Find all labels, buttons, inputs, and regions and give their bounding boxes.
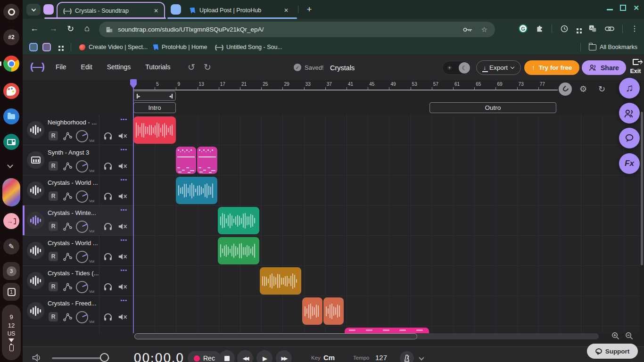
media-app-icon[interactable] bbox=[3, 134, 19, 150]
window-count-badge[interactable]: 1 bbox=[3, 283, 20, 301]
sign-out-icon[interactable]: → bbox=[3, 213, 19, 229]
track-header[interactable]: Crystals - World ...•••RVol bbox=[23, 236, 133, 266]
track-header[interactable]: Synth - Angst 3•••RVol bbox=[23, 145, 133, 175]
clip-segment[interactable] bbox=[197, 147, 217, 174]
bookmark-untitled-song[interactable]: (—) Untitled Song - Sou... bbox=[215, 40, 282, 54]
chrome-app-icon[interactable] bbox=[3, 56, 19, 72]
horizontal-scrollbar[interactable] bbox=[134, 333, 599, 339]
timeline-settings-button[interactable]: ⚙ bbox=[579, 84, 587, 94]
track-menu-button[interactable]: ••• bbox=[120, 267, 127, 273]
clip-segment[interactable] bbox=[323, 297, 344, 325]
browser-menu-icon[interactable]: ⋮ bbox=[631, 24, 638, 33]
password-key-icon[interactable] bbox=[462, 27, 473, 33]
snap-magnet-button[interactable] bbox=[559, 82, 572, 96]
loops-library-button[interactable]: ♫ bbox=[619, 78, 640, 99]
audio-clip[interactable] bbox=[218, 237, 259, 264]
headphone-monitor-button[interactable] bbox=[103, 283, 113, 293]
zoom-in-button[interactable] bbox=[611, 332, 619, 342]
tempo-value[interactable]: 127 bbox=[375, 354, 387, 362]
all-bookmarks-button[interactable]: All Bookmarks bbox=[589, 40, 637, 54]
headphone-monitor-button[interactable] bbox=[103, 313, 113, 323]
stop-button[interactable] bbox=[219, 350, 235, 362]
loop-start-icon[interactable]: ▸ bbox=[137, 94, 140, 99]
volume-knob[interactable]: Vol bbox=[76, 311, 88, 323]
volume-slider-handle[interactable] bbox=[100, 353, 109, 362]
forward-button[interactable]: → bbox=[49, 24, 58, 33]
tab-crystals[interactable]: (—) Crystals - Soundtrap ✕ bbox=[57, 2, 165, 19]
timeline-lanes[interactable] bbox=[133, 115, 640, 333]
tab-search-button[interactable] bbox=[26, 4, 41, 16]
chat-button[interactable] bbox=[619, 128, 640, 148]
redo-button[interactable]: ↻ bbox=[204, 62, 211, 73]
section-outro[interactable]: Outro bbox=[429, 102, 556, 113]
clip-segment[interactable] bbox=[176, 147, 196, 174]
record-arm-button[interactable]: R bbox=[49, 282, 58, 291]
track-header[interactable]: Crystals - World ...•••RVol bbox=[23, 175, 133, 206]
mute-button[interactable] bbox=[118, 193, 127, 202]
volume-knob[interactable]: Vol bbox=[76, 221, 88, 233]
export-button[interactable]: ↓ Export bbox=[476, 60, 521, 75]
bookmark-star-icon[interactable]: ☆ bbox=[481, 25, 487, 34]
headphone-monitor-button[interactable] bbox=[103, 162, 113, 172]
metronome-button[interactable] bbox=[400, 351, 414, 362]
audio-clip[interactable] bbox=[302, 297, 344, 325]
volume-knob[interactable]: Vol bbox=[76, 251, 88, 263]
scrollbar-thumb[interactable] bbox=[134, 333, 417, 339]
menu-edit[interactable]: Edit bbox=[81, 63, 92, 71]
volume-knob[interactable]: Vol bbox=[76, 130, 88, 142]
track-header[interactable]: Neighborhood - ...•••RVol bbox=[23, 115, 133, 145]
automation-button[interactable] bbox=[63, 313, 73, 323]
soundtrap-logo[interactable]: (—) bbox=[30, 61, 44, 72]
waveform-track-icon[interactable] bbox=[27, 121, 44, 139]
home-button[interactable]: ⌂ bbox=[84, 24, 90, 33]
mute-button[interactable] bbox=[118, 223, 127, 232]
headphone-monitor-button[interactable] bbox=[103, 253, 113, 263]
loop-region[interactable]: ▸ ◂ bbox=[133, 91, 176, 101]
system-tray[interactable]: 9 12 US bbox=[2, 304, 21, 360]
play-button[interactable]: ▶ bbox=[256, 350, 272, 362]
tab-groups-grid-icon[interactable] bbox=[577, 28, 578, 30]
waveform-track-icon[interactable] bbox=[27, 242, 44, 259]
headphone-monitor-button[interactable] bbox=[103, 192, 113, 202]
window-close-button[interactable]: ✕ bbox=[633, 5, 639, 11]
exit-button[interactable]: Exit bbox=[626, 58, 644, 74]
mute-button[interactable] bbox=[118, 253, 127, 262]
volume-knob[interactable]: Vol bbox=[76, 190, 88, 203]
record-arm-button[interactable]: R bbox=[49, 191, 58, 201]
track-menu-button[interactable]: ••• bbox=[120, 116, 127, 122]
fast-forward-button[interactable]: ▶▶ bbox=[276, 350, 292, 362]
paint-app-icon[interactable] bbox=[3, 83, 19, 99]
zoom-out-button[interactable] bbox=[625, 332, 633, 342]
track-menu-button[interactable]: ••• bbox=[120, 297, 127, 303]
track-header[interactable]: Crystals - Tides (...•••RVol bbox=[23, 266, 133, 296]
new-tab-button[interactable]: + bbox=[303, 3, 315, 16]
tab-group-chip-blue[interactable] bbox=[29, 43, 38, 51]
automation-button[interactable] bbox=[63, 132, 73, 142]
annotate-app-icon[interactable]: ✎ bbox=[3, 239, 19, 255]
automation-button[interactable] bbox=[63, 252, 73, 263]
automation-button[interactable] bbox=[63, 192, 73, 203]
audio-clip[interactable] bbox=[133, 116, 176, 144]
mute-button[interactable] bbox=[118, 283, 127, 292]
clip-segment[interactable] bbox=[302, 297, 322, 325]
tab-close-icon[interactable]: ✕ bbox=[284, 7, 289, 14]
waveform-track-icon[interactable] bbox=[27, 212, 44, 229]
vertical-scrollbar[interactable] bbox=[641, 112, 643, 265]
headphone-monitor-button[interactable] bbox=[103, 132, 113, 142]
master-volume-icon[interactable] bbox=[32, 354, 42, 362]
link-icon[interactable] bbox=[605, 26, 614, 31]
volume-knob[interactable]: Vol bbox=[76, 281, 88, 293]
mute-button[interactable] bbox=[118, 132, 127, 141]
record-arm-button[interactable]: R bbox=[49, 252, 58, 261]
midi-clip[interactable] bbox=[176, 147, 217, 174]
automation-button[interactable] bbox=[63, 282, 73, 293]
menu-file[interactable]: File bbox=[56, 63, 66, 71]
site-info-icon[interactable] bbox=[106, 26, 113, 33]
record-arm-button[interactable]: R bbox=[49, 312, 58, 321]
bookmark-protohub[interactable]: ProtoHub | Home bbox=[154, 40, 207, 54]
window-restore-button[interactable] bbox=[620, 5, 626, 11]
waveform-track-icon[interactable] bbox=[27, 272, 44, 289]
volume-knob[interactable]: Vol bbox=[76, 160, 88, 173]
waveform-track-icon[interactable] bbox=[27, 302, 44, 320]
launcher-icon[interactable] bbox=[3, 4, 19, 20]
